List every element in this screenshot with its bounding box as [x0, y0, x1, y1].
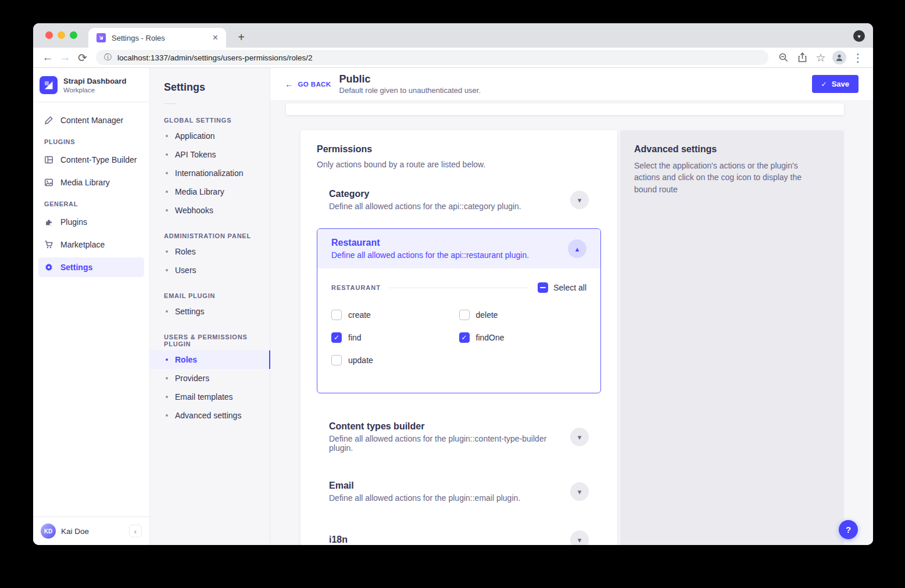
subnav-item-label: Advanced settings	[175, 411, 241, 420]
bullet-icon	[166, 310, 168, 313]
browser-menu-icon[interactable]: ⋮	[849, 49, 867, 66]
subnav-item-up-providers[interactable]: Providers	[150, 369, 270, 388]
accordion-content-types-builder[interactable]: Content types builder Define all allowed…	[317, 421, 601, 453]
gear-icon	[44, 263, 53, 272]
zoom-out-icon[interactable]	[774, 49, 793, 66]
address-bar[interactable]: ⓘ localhost:1337/admin/settings/users-pe…	[96, 50, 768, 65]
accordion-restaurant-expanded: Restaurant Define all allowed actions fo…	[317, 228, 601, 393]
checkbox[interactable]	[331, 355, 342, 365]
subnav-item-webhooks[interactable]: Webhooks	[150, 201, 270, 220]
subnav-item-up-roles[interactable]: Roles	[150, 350, 270, 369]
divider	[389, 288, 528, 288]
new-tab-button[interactable]: +	[233, 29, 249, 45]
url-text[interactable]: localhost:1337/admin/settings/users-perm…	[117, 53, 312, 62]
sidebar-item-content-type-builder[interactable]: Content-Type Builder	[38, 150, 144, 170]
expand-i18n-button[interactable]: ▾	[570, 530, 589, 545]
tab-close-icon[interactable]: ×	[210, 32, 220, 44]
user-name: Kai Doe	[61, 527, 89, 536]
subnav-item-label: Internationalization	[175, 168, 244, 178]
accordion-description: Define all allowed actions for the plugi…	[329, 434, 570, 453]
role-details-card-bottom	[286, 103, 844, 115]
subnav-item-up-email-templates[interactable]: Email templates	[150, 388, 270, 406]
brand[interactable]: Strapi Dashboard Workplace	[33, 68, 149, 102]
accordion-i18n[interactable]: i18n ▾	[317, 530, 601, 545]
help-button[interactable]: ?	[839, 520, 858, 539]
sidebar-item-content-manager[interactable]: Content Manager	[38, 110, 144, 130]
tab-search-icon[interactable]: ▾	[853, 30, 865, 42]
permission-findone[interactable]: findOne	[459, 332, 587, 343]
chevron-down-icon: ▾	[578, 536, 582, 544]
subnav-item-admin-users[interactable]: Users	[150, 261, 270, 279]
subnav-item-internationalization[interactable]: Internationalization	[150, 164, 270, 182]
subnav-item-media-library[interactable]: Media Library	[150, 182, 270, 201]
browser-tab[interactable]: Settings - Roles ×	[88, 28, 226, 48]
bullet-icon	[166, 269, 168, 271]
checkbox[interactable]	[331, 310, 342, 320]
permission-find[interactable]: find	[331, 332, 459, 343]
sidebar-item-settings[interactable]: Settings	[38, 257, 144, 277]
bookmark-star-icon[interactable]: ☆	[811, 49, 830, 66]
subnav-item-label: Webhooks	[175, 206, 213, 215]
collapse-restaurant-button[interactable]: ▴	[568, 239, 586, 258]
permission-create[interactable]: create	[331, 310, 459, 320]
share-icon[interactable]	[793, 49, 811, 66]
close-window-button[interactable]	[45, 31, 53, 39]
sidebar-item-label: Marketplace	[60, 240, 105, 249]
user-avatar[interactable]: KD	[41, 524, 56, 539]
forward-icon[interactable]: →	[56, 49, 74, 66]
subnav-item-email-settings[interactable]: Settings	[150, 302, 270, 321]
sidebar-item-media-library[interactable]: Media Library	[38, 173, 144, 192]
minimize-window-button[interactable]	[58, 31, 65, 39]
page-title: Public	[339, 73, 481, 85]
bullet-icon	[166, 358, 168, 361]
settings-subnav: Settings GLOBAL SETTINGS Application API…	[150, 68, 270, 545]
save-button[interactable]: ✓Save	[812, 75, 859, 93]
expand-category-button[interactable]: ▾	[570, 191, 589, 209]
subnav-section-administration-panel: ADMINISTRATION PANEL	[164, 232, 270, 239]
save-label: Save	[832, 80, 849, 88]
bullet-icon	[166, 172, 168, 174]
fullscreen-window-button[interactable]	[70, 31, 77, 39]
sidebar-item-label: Content Manager	[60, 116, 123, 125]
select-all-checkbox[interactable]	[538, 282, 548, 293]
advanced-settings-description: Select the application's actions or the …	[634, 160, 820, 195]
permissions-panel: Permissions Only actions bound by a rout…	[301, 130, 617, 545]
permission-update[interactable]: update	[331, 355, 459, 365]
bullet-icon	[166, 135, 168, 137]
subnav-item-application[interactable]: Application	[150, 127, 270, 145]
accordion-category[interactable]: Category Define all allowed actions for …	[317, 189, 601, 211]
checkbox[interactable]	[331, 332, 342, 343]
sidebar-item-label: Settings	[60, 263, 92, 272]
subnav-item-label: Email templates	[175, 392, 233, 401]
checkbox-label: findOne	[476, 333, 505, 342]
expand-content-types-builder-button[interactable]: ▾	[570, 428, 589, 446]
chevron-down-icon: ▾	[578, 196, 582, 205]
accordion-email[interactable]: Email Define all allowed actions for the…	[317, 481, 601, 503]
restaurant-accordion-header[interactable]: Restaurant Define all allowed actions fo…	[317, 229, 600, 268]
expand-email-button[interactable]: ▾	[570, 482, 589, 501]
restaurant-permissions-body: RESTAURANT Select all create	[317, 268, 600, 393]
select-all-control[interactable]: Select all	[538, 282, 586, 293]
subnav-item-admin-roles[interactable]: Roles	[150, 242, 270, 261]
checkbox[interactable]	[459, 332, 470, 343]
sidebar-item-marketplace[interactable]: Marketplace	[38, 235, 144, 254]
tab-title: Settings - Roles	[112, 34, 210, 42]
reload-icon[interactable]: ⟳	[74, 49, 91, 66]
subnav-item-label: API Tokens	[175, 150, 216, 159]
permissions-subtitle: Only actions bound by a route are listed…	[317, 160, 601, 169]
subnav-item-label: Roles	[175, 247, 196, 256]
sidebar-item-plugins[interactable]: Plugins	[38, 212, 144, 232]
subnav-item-api-tokens[interactable]: API Tokens	[150, 145, 270, 164]
chevron-down-icon: ▾	[578, 487, 582, 496]
go-back-link[interactable]: ←GO BACK	[285, 79, 331, 89]
browser-profile-icon[interactable]	[832, 51, 846, 64]
cart-icon	[44, 240, 53, 249]
permission-delete[interactable]: delete	[459, 310, 587, 320]
subnav-item-up-advanced-settings[interactable]: Advanced settings	[150, 406, 270, 425]
checkbox[interactable]	[459, 310, 470, 320]
sidebar-section-general: GENERAL	[44, 200, 144, 207]
site-info-icon[interactable]: ⓘ	[104, 52, 112, 63]
back-icon[interactable]: ←	[39, 49, 56, 66]
collapse-sidebar-icon[interactable]: ‹	[129, 525, 142, 537]
toolbar-actions: ☆ ⋮	[774, 49, 867, 66]
